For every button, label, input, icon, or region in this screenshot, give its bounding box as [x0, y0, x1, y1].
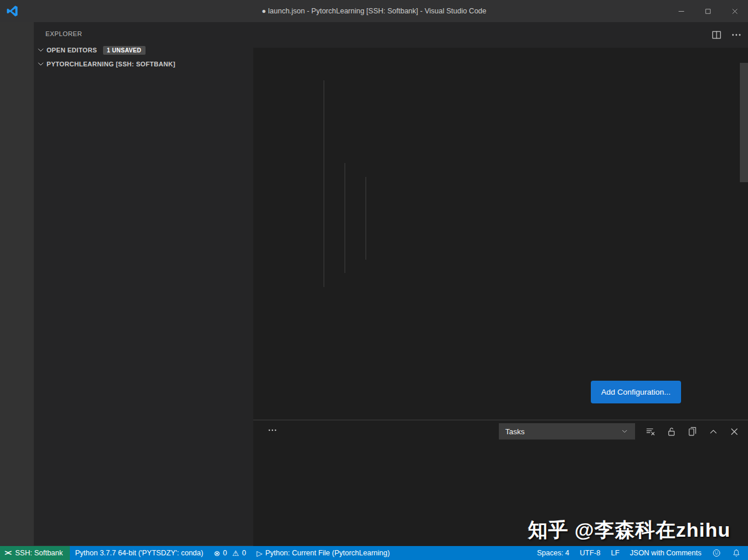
python-interpreter[interactable]: Python 3.7.7 64-bit ('PYTSDZY': conda) [70, 546, 208, 560]
status-right: Spaces: 4 UTF-8 LF JSON with Comments [531, 546, 748, 560]
add-configuration-button[interactable]: Add Configuration... [591, 381, 681, 403]
error-icon: ⊗ [214, 549, 220, 558]
feedback-icon[interactable] [707, 546, 726, 560]
play-icon: ▷ [257, 549, 263, 558]
open-output-in-editor-icon[interactable] [687, 426, 698, 437]
window-controls [668, 0, 748, 22]
eol-indicator[interactable]: LF [605, 546, 625, 560]
window-title: ● launch.json - PytorchLearning [SSH: So… [0, 7, 748, 15]
remote-indicator[interactable]: >< SSH: Softbank [0, 546, 70, 560]
chevron-down-icon [621, 427, 629, 435]
breadcrumb [253, 48, 748, 63]
encoding-indicator[interactable]: UTF-8 [575, 546, 605, 560]
clear-output-icon[interactable] [645, 426, 656, 437]
panel-more-icon[interactable] [267, 425, 278, 438]
minimize-button[interactable] [668, 0, 694, 22]
watermark: 知乎 @李森科在zhihu [528, 517, 731, 544]
panel-header: Tasks [253, 420, 748, 442]
vscode-window: ● launch.json - PytorchLearning [SSH: So… [0, 0, 748, 560]
activity-bar [0, 22, 34, 546]
title-bar: ● launch.json - PytorchLearning [SSH: So… [0, 0, 748, 22]
close-window-button[interactable] [721, 0, 748, 22]
split-editor-icon[interactable] [711, 29, 722, 41]
vscode-logo-icon [6, 5, 19, 17]
status-bar: >< SSH: Softbank Python 3.7.7 64-bit ('P… [0, 546, 748, 560]
output-channel-select[interactable]: Tasks [499, 423, 635, 440]
close-panel-icon[interactable] [729, 426, 740, 437]
maximize-button[interactable] [694, 0, 721, 22]
indent-guide [345, 163, 345, 274]
open-editors-header[interactable]: OPEN EDITORS 1 UNSAVED [34, 43, 253, 57]
warning-icon: ⚠ [232, 549, 239, 558]
notifications-bell-icon[interactable] [726, 546, 748, 560]
unsaved-badge: 1 UNSAVED [103, 46, 146, 55]
maximize-panel-icon[interactable] [708, 426, 719, 437]
panel-action-icons [635, 426, 740, 437]
language-mode[interactable]: JSON with Comments [625, 546, 707, 560]
workspace-root-header[interactable]: PYTORCHLEARNING [SSH: SOFTBANK] [34, 57, 253, 71]
run-configuration[interactable]: ▷ Python: Current File (PytorchLearning) [251, 546, 395, 560]
chevron-down-icon [36, 45, 45, 55]
indentation-indicator[interactable]: Spaces: 4 [531, 546, 575, 560]
unlock-icon[interactable] [666, 426, 677, 437]
problems-indicator[interactable]: ⊗ 0 ⚠ 0 [208, 546, 251, 560]
chevron-down-icon [36, 59, 45, 69]
indent-guide [324, 80, 324, 287]
editor-tabs-bar [253, 22, 748, 48]
editor-group: Add Configuration... Tasks [253, 22, 748, 546]
sidebar-title: EXPLORER [34, 22, 253, 43]
explorer-sidebar: EXPLORER OPEN EDITORS 1 UNSAVED PYTORCHL… [34, 22, 253, 546]
indent-guide [366, 177, 366, 260]
bottom-panel: Tasks 知乎 @李森科在zhihu [253, 420, 748, 546]
code-editor[interactable]: Add Configuration... [253, 63, 748, 420]
tab-actions [703, 22, 748, 48]
editor-scrollbar[interactable] [740, 63, 748, 182]
more-actions-icon[interactable] [731, 29, 742, 41]
remote-icon: >< [5, 549, 10, 557]
